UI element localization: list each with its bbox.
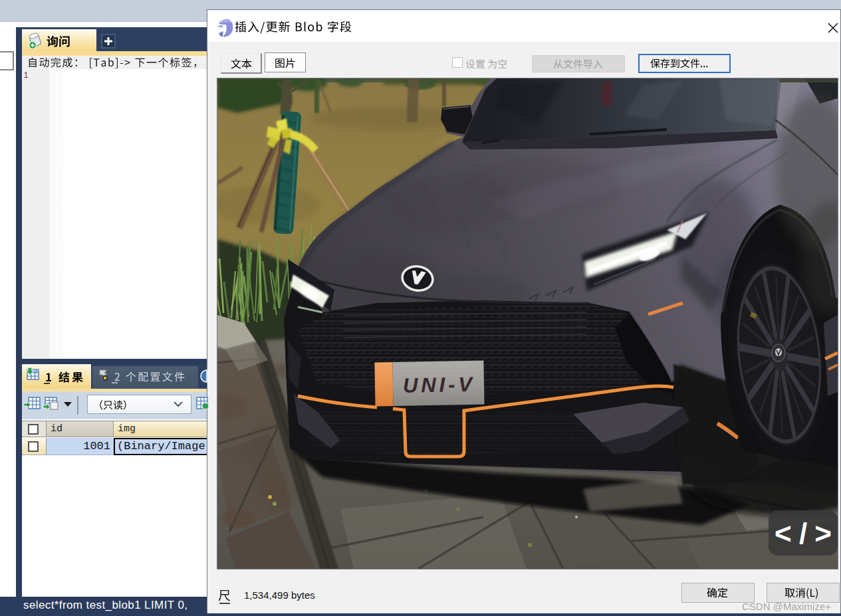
svg-text:</>: </> xyxy=(775,517,832,550)
